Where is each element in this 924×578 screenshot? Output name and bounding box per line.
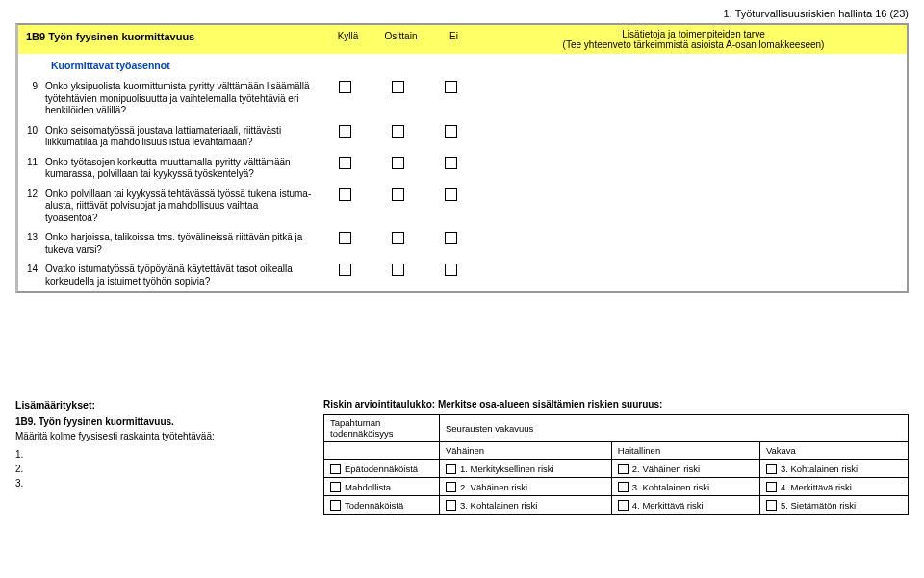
question-row: 10Onko seisomatyössä joustava lattiamate… [18,121,907,153]
question-row: 9Onko yksipuolista kuormittumista pyritt… [18,77,907,121]
risk-cell-2-checkbox[interactable] [618,500,629,511]
question-text: Onko yksipuolista kuormittumista pyritty… [41,79,319,119]
risk-cell-3-checkbox[interactable] [766,482,777,492]
questionnaire-panel: 1B9 Työn fyysinen kuormittavuus Kyllä Os… [15,23,909,293]
risk-row: Epätodennäköistä1. Merkityksellinen risk… [324,460,909,478]
probability-label: Todennäköistä [345,500,403,511]
probability-label: Epätodennäköistä [345,464,418,474]
section-title: 1B9 Työn fyysinen kuormittavuus [18,25,321,54]
risk-cell-3-label: 4. Merkittävä riski [781,482,852,492]
risk-cell-2-label: 2. Vähäinen riski [632,464,700,474]
question-number: 13 [18,230,41,244]
notes-line2: (Tee yhteenveto tärkeimmistä asioista A-… [563,39,825,50]
risk-cell-1-label: 2. Vähäinen riski [460,482,527,492]
column-header-partial: Osittain [374,25,427,54]
subsection-header: Kuormittavat työasennot [18,54,907,77]
risk-cell-1-checkbox[interactable] [446,464,456,474]
probability-checkbox[interactable] [330,482,341,492]
checkbox-partial[interactable] [392,81,404,93]
risk-col-severity: Seurausten vakavuus [440,415,909,442]
checkbox-no[interactable] [445,81,457,93]
severity-harmful: Haitallinen [611,442,759,460]
risk-cell-2-label: 3. Kohtalainen riski [632,482,709,492]
checkbox-yes[interactable] [339,264,351,276]
checkbox-partial[interactable] [392,232,404,244]
probability-checkbox[interactable] [330,500,341,511]
column-header-yes: Kyllä [321,25,374,54]
notes-line1: Lisätietoja ja toimenpiteiden tarve [622,29,764,39]
checkbox-no[interactable] [445,232,457,244]
additional-specs: Lisämääritykset: 1B9. Työn fyysinen kuor… [15,399,304,515]
question-number: 12 [18,187,41,201]
checkbox-no[interactable] [445,157,457,169]
risk-cell-3-checkbox[interactable] [766,464,777,474]
specs-description: Määritä kolme fyysisesti raskainta työte… [15,431,304,441]
specs-heading: Lisämääritykset: [15,399,304,411]
question-text: Onko polvillaan tai kyykyssä tehtävässä … [41,187,319,227]
checkbox-yes[interactable] [339,125,351,138]
risk-row: Todennäköistä3. Kohtalainen riski4. Merk… [324,495,909,514]
risk-cell-3-label: 5. Sietämätön riski [781,500,856,511]
checkbox-yes[interactable] [339,232,351,244]
checkbox-no[interactable] [445,264,457,276]
checkbox-no[interactable] [445,188,457,201]
question-text: Ovatko istumatyössä työpöytänä käytettäv… [41,262,319,289]
page-header: 1. Työturvallisuusriskien hallinta 16 (2… [15,8,909,19]
risk-header-row-2: Vähäinen Haitallinen Vakava [324,442,909,460]
probability-checkbox[interactable] [330,464,341,474]
risk-matrix-title: Riskin arviointitaulukko: Merkitse osa-a… [323,399,909,410]
checkbox-yes[interactable] [339,188,351,201]
risk-cell-2-label: 4. Merkittävä riski [632,500,704,511]
question-text: Onko harjoissa, talikoissa tms. työvälin… [41,230,319,258]
severity-minor: Vähäinen [440,442,612,460]
questionnaire-header-row: 1B9 Työn fyysinen kuormittavuus Kyllä Os… [18,25,907,54]
risk-cell-1-checkbox[interactable] [446,500,456,511]
risk-matrix-section: Riskin arviointitaulukko: Merkitse osa-a… [323,399,909,515]
column-header-notes: Lisätietoja ja toimenpiteiden tarve (Tee… [480,25,907,54]
checkbox-partial[interactable] [392,157,404,169]
checkbox-yes[interactable] [339,81,351,93]
severity-severe: Vakava [759,442,908,460]
lower-section: Lisämääritykset: 1B9. Työn fyysinen kuor… [15,399,909,515]
checkbox-partial[interactable] [392,125,404,138]
question-number: 14 [18,262,41,276]
question-row: 14Ovatko istumatyössä työpöytänä käytett… [18,260,907,291]
risk-row: Mahdollista2. Vähäinen riski3. Kohtalain… [324,477,909,495]
risk-cell-3-checkbox[interactable] [766,500,777,511]
checkbox-no[interactable] [445,125,457,138]
specs-subheading: 1B9. Työn fyysinen kuormittavuus. [15,416,304,427]
risk-col-probability: Tapahtuman todennäköisyys [324,415,440,442]
question-number: 9 [18,79,41,93]
specs-line-1[interactable]: 1. [15,449,304,460]
question-text: Onko seisomatyössä joustava lattiamateri… [41,123,319,151]
question-number: 10 [18,123,41,138]
question-text: Onko työtasojen korkeutta muuttamalla py… [41,155,319,183]
question-row: 11Onko työtasojen korkeutta muuttamalla … [18,153,907,185]
checkbox-partial[interactable] [392,264,404,276]
risk-cell-1-label: 1. Merkityksellinen riski [460,464,554,474]
checkbox-yes[interactable] [339,157,351,169]
risk-cell-1-label: 3. Kohtalainen riski [460,500,537,511]
risk-cell-1-checkbox[interactable] [446,482,456,492]
question-number: 11 [18,155,41,169]
checkbox-partial[interactable] [392,188,404,201]
risk-cell-2-checkbox[interactable] [618,464,629,474]
specs-line-3[interactable]: 3. [15,478,304,489]
column-header-no: Ei [427,25,480,54]
risk-header-row-1: Tapahtuman todennäköisyys Seurausten vak… [324,415,909,442]
question-row: 12Onko polvillaan tai kyykyssä tehtäväss… [18,185,907,229]
risk-cell-2-checkbox[interactable] [618,482,629,492]
risk-matrix-table: Tapahtuman todennäköisyys Seurausten vak… [323,414,909,515]
question-row: 13Onko harjoissa, talikoissa tms. työväl… [18,228,907,260]
probability-label: Mahdollista [345,482,391,492]
risk-cell-3-label: 3. Kohtalainen riski [781,464,858,474]
specs-line-2[interactable]: 2. [15,464,304,474]
